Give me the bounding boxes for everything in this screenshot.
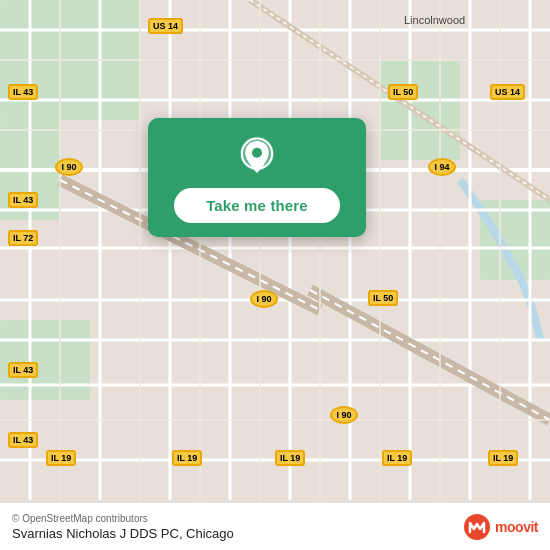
moovit-brand-text: moovit bbox=[495, 519, 538, 535]
badge-i90-1: I 90 bbox=[55, 158, 83, 176]
badge-il43-3: IL 43 bbox=[8, 362, 38, 378]
map-svg bbox=[0, 0, 550, 500]
svg-point-44 bbox=[464, 514, 490, 540]
moovit-icon bbox=[463, 513, 491, 541]
badge-il50-1: IL 50 bbox=[388, 84, 418, 100]
badge-il19-2: IL 19 bbox=[172, 450, 202, 466]
bottom-bar: © OpenStreetMap contributors Svarnias Ni… bbox=[0, 502, 550, 550]
badge-i90-lower: I 90 bbox=[330, 406, 358, 424]
attribution-text: © OpenStreetMap contributors bbox=[12, 513, 234, 524]
badge-us14-right: US 14 bbox=[490, 84, 525, 100]
location-pin-icon bbox=[236, 136, 278, 178]
badge-il19-3: IL 19 bbox=[275, 450, 305, 466]
svg-rect-5 bbox=[0, 320, 90, 400]
take-me-there-button[interactable]: Take me there bbox=[174, 188, 340, 223]
map-container: US 14 Lincolnwood IL 43 IL 50 US 14 IL 4… bbox=[0, 0, 550, 550]
badge-us14-top: US 14 bbox=[148, 18, 183, 34]
svg-point-43 bbox=[252, 148, 262, 158]
place-name-text: Svarnias Nicholas J DDS PC, Chicago bbox=[12, 526, 234, 541]
moovit-logo: moovit bbox=[463, 513, 538, 541]
badge-il19-4: IL 19 bbox=[382, 450, 412, 466]
badge-il19-1: IL 19 bbox=[46, 450, 76, 466]
label-lincolnwood: Lincolnwood bbox=[404, 14, 465, 26]
badge-il19-5: IL 19 bbox=[488, 450, 518, 466]
badge-i90-center: I 90 bbox=[250, 290, 278, 308]
badge-il43-4: IL 43 bbox=[8, 432, 38, 448]
badge-i94: I 94 bbox=[428, 158, 456, 176]
badge-il43-1: IL 43 bbox=[8, 84, 38, 100]
badge-il50-2: IL 50 bbox=[368, 290, 398, 306]
badge-il72: IL 72 bbox=[8, 230, 38, 246]
badge-il43-2: IL 43 bbox=[8, 192, 38, 208]
location-card: Take me there bbox=[148, 118, 366, 237]
